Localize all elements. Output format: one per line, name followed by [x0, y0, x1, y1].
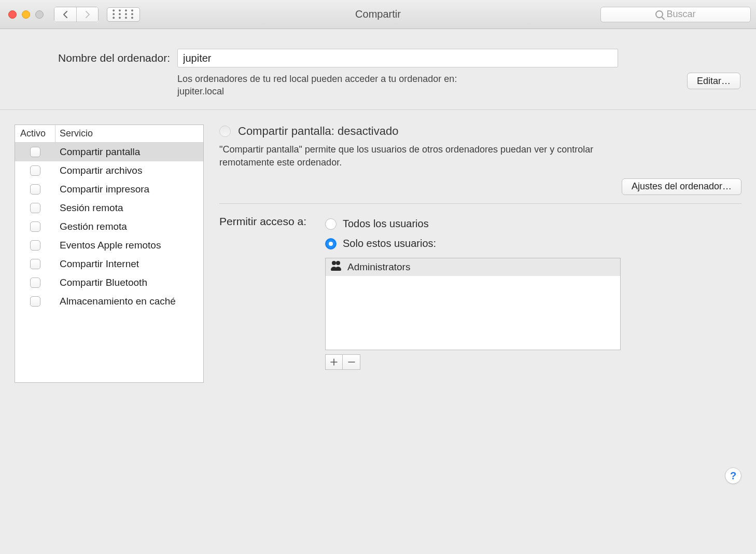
service-name: Compartir Internet: [55, 258, 139, 270]
service-checkbox[interactable]: [30, 203, 40, 213]
computer-name-label: Nombre del ordenador:: [16, 52, 170, 64]
services-header-service: Servicio: [55, 125, 203, 142]
help-button[interactable]: ?: [725, 467, 741, 484]
forward-button: [76, 7, 98, 22]
option-all-users-row[interactable]: Todos los usuarios: [325, 215, 741, 233]
main-area: Activo Servicio Compartir pantallaCompar…: [0, 110, 756, 383]
user-add-remove: [325, 354, 741, 370]
computer-name-section: Nombre del ordenador: Los ordenadores de…: [0, 29, 756, 110]
minimize-window-button[interactable]: [22, 10, 30, 19]
minus-icon: [348, 358, 355, 366]
service-status-title: Compartir pantalla: desactivado: [238, 124, 398, 138]
radio-only-these-label: Solo estos usuarios:: [343, 238, 436, 250]
service-row[interactable]: Almacenamiento en caché: [15, 292, 203, 311]
allow-access-label: Permitir acceso a:: [219, 215, 320, 228]
zoom-window-button: [35, 10, 44, 19]
search-placeholder: Buscar: [666, 9, 695, 20]
close-window-button[interactable]: [8, 10, 17, 19]
grid-icon: ● ● ● ● ● ● ● ● ● ● ● ●: [112, 9, 134, 20]
service-name: Compartir archivos: [55, 165, 142, 176]
service-row[interactable]: Compartir pantalla: [15, 143, 203, 161]
users-list[interactable]: Administrators: [325, 258, 621, 350]
service-status-indicator: [219, 126, 231, 137]
edit-hostname-button[interactable]: Editar…: [687, 73, 740, 89]
computer-settings-button[interactable]: Ajustes del ordenador…: [622, 178, 741, 195]
service-checkbox[interactable]: [30, 259, 40, 269]
service-name: Gestión remota: [55, 221, 127, 232]
option-only-these-row[interactable]: Solo estos usuarios:: [325, 235, 741, 253]
nav-back-forward: [54, 7, 99, 22]
show-all-prefs-button[interactable]: ● ● ● ● ● ● ● ● ● ● ● ●: [107, 7, 140, 22]
chevron-right-icon: [85, 11, 91, 18]
service-row[interactable]: Gestión remota: [15, 217, 203, 236]
search-icon: [655, 10, 663, 18]
back-button[interactable]: [54, 7, 76, 22]
user-name: Administrators: [347, 261, 410, 273]
hostname-line2: jupiter.local: [177, 86, 224, 96]
hostname-line1: Los ordenadores de tu red local pueden a…: [177, 74, 457, 84]
service-status-description: "Compartir pantalla" permite que los usu…: [219, 143, 613, 169]
computer-name-input[interactable]: [177, 49, 618, 67]
service-name: Sesión remota: [55, 202, 123, 214]
service-row[interactable]: Compartir Internet: [15, 255, 203, 273]
service-checkbox[interactable]: [30, 184, 40, 195]
service-row[interactable]: Compartir archivos: [15, 161, 203, 180]
service-checkbox[interactable]: [30, 147, 40, 157]
titlebar: ● ● ● ● ● ● ● ● ● ● ● ● Compartir Buscar: [0, 0, 756, 29]
service-row[interactable]: Sesión remota: [15, 199, 203, 217]
service-name: Eventos Apple remotos: [55, 240, 161, 251]
window-controls: [8, 10, 44, 19]
service-name: Compartir Bluetooth: [55, 277, 147, 288]
plus-icon: [330, 358, 338, 366]
remove-user-button[interactable]: [343, 354, 360, 370]
allow-access-options: Todos los usuarios Solo estos usuarios: …: [325, 215, 741, 370]
service-row[interactable]: Compartir impresora: [15, 180, 203, 199]
service-row[interactable]: Eventos Apple remotos: [15, 236, 203, 255]
service-detail-pane: Compartir pantalla: desactivado "Compart…: [219, 124, 741, 383]
radio-all-users[interactable]: [325, 218, 337, 230]
service-name: Compartir pantalla: [55, 146, 140, 158]
chevron-left-icon: [62, 11, 68, 18]
services-list: Activo Servicio Compartir pantallaCompar…: [15, 124, 204, 383]
add-user-button[interactable]: [325, 354, 343, 370]
service-checkbox[interactable]: [30, 221, 40, 232]
service-checkbox[interactable]: [30, 240, 40, 251]
service-checkbox[interactable]: [30, 296, 40, 307]
service-checkbox[interactable]: [30, 165, 40, 176]
computer-hostname-text: Los ordenadores de tu red local pueden a…: [177, 73, 677, 98]
group-icon: [331, 264, 342, 271]
service-name: Compartir impresora: [55, 184, 149, 195]
services-header: Activo Servicio: [15, 125, 203, 143]
search-field[interactable]: Buscar: [600, 7, 751, 22]
services-header-active: Activo: [15, 125, 55, 142]
radio-only-these[interactable]: [325, 238, 337, 250]
service-checkbox[interactable]: [30, 278, 40, 288]
service-name: Almacenamiento en caché: [55, 296, 176, 307]
service-row[interactable]: Compartir Bluetooth: [15, 273, 203, 292]
radio-all-users-label: Todos los usuarios: [343, 218, 429, 230]
user-row[interactable]: Administrators: [326, 258, 620, 276]
